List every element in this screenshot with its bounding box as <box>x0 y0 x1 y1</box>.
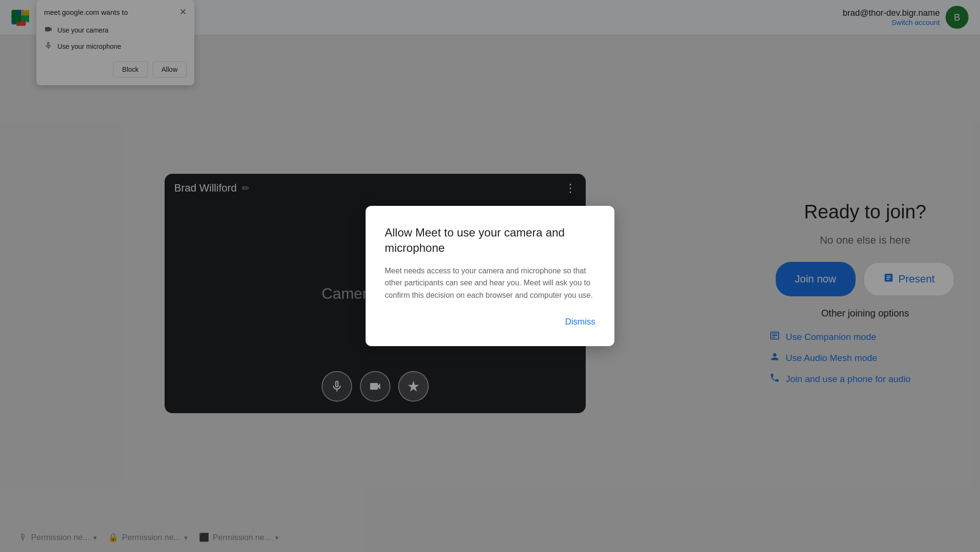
modal-title: Allow Meet to use your camera and microp… <box>385 225 595 255</box>
modal-body: Meet needs access to your camera and mic… <box>385 265 595 302</box>
modal-actions: Dismiss <box>385 317 595 327</box>
modal-overlay: Allow Meet to use your camera and microp… <box>0 0 980 552</box>
dismiss-button[interactable]: Dismiss <box>565 317 595 327</box>
permission-modal: Allow Meet to use your camera and microp… <box>366 206 614 346</box>
